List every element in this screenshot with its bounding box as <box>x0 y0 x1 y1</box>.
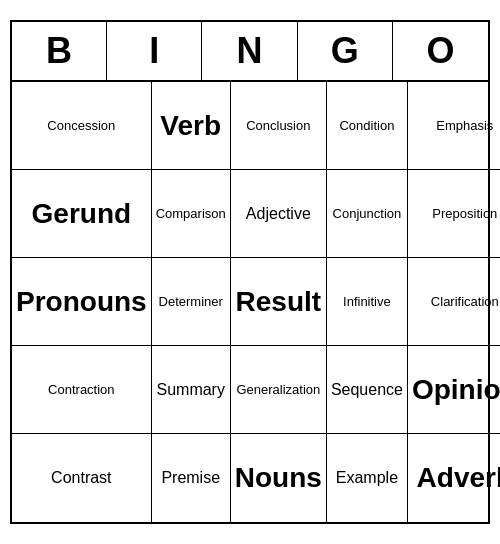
cell-text: Emphasis <box>436 118 493 134</box>
bingo-cell: Concession <box>12 82 152 170</box>
cell-text: Result <box>236 285 322 319</box>
bingo-cell: Contrast <box>12 434 152 522</box>
bingo-cell: Infinitive <box>327 258 408 346</box>
cell-text: Premise <box>161 468 220 487</box>
cell-text: Comparison <box>156 206 226 222</box>
cell-text: Contrast <box>51 468 111 487</box>
bingo-cell: Premise <box>152 434 231 522</box>
bingo-cell: Sequence <box>327 346 408 434</box>
bingo-card: BINGO ConcessionVerbConclusionConditionE… <box>10 20 490 524</box>
cell-text: Infinitive <box>343 294 391 310</box>
bingo-cell: Adjective <box>231 170 327 258</box>
bingo-cell: Gerund <box>12 170 152 258</box>
bingo-cell: Determiner <box>152 258 231 346</box>
bingo-cell: Contraction <box>12 346 152 434</box>
bingo-cell: Emphasis <box>408 82 500 170</box>
bingo-cell: Result <box>231 258 327 346</box>
bingo-grid: ConcessionVerbConclusionConditionEmphasi… <box>12 82 488 522</box>
bingo-cell: Clarification <box>408 258 500 346</box>
cell-text: Example <box>336 468 398 487</box>
bingo-cell: Pronouns <box>12 258 152 346</box>
cell-text: Gerund <box>32 197 132 231</box>
cell-text: Opinion <box>412 373 500 407</box>
cell-text: Summary <box>156 380 224 399</box>
cell-text: Adverb <box>417 461 500 495</box>
header-letter: B <box>12 22 107 80</box>
cell-text: Nouns <box>235 461 322 495</box>
cell-text: Contraction <box>48 382 114 398</box>
bingo-cell: Generalization <box>231 346 327 434</box>
cell-text: Sequence <box>331 380 403 399</box>
bingo-header: BINGO <box>12 22 488 82</box>
bingo-cell: Opinion <box>408 346 500 434</box>
bingo-cell: Conjunction <box>327 170 408 258</box>
cell-text: Concession <box>47 118 115 134</box>
header-letter: I <box>107 22 202 80</box>
cell-text: Preposition <box>432 206 497 222</box>
bingo-cell: Example <box>327 434 408 522</box>
bingo-cell: Verb <box>152 82 231 170</box>
bingo-cell: Nouns <box>231 434 327 522</box>
cell-text: Verb <box>160 109 221 143</box>
bingo-cell: Summary <box>152 346 231 434</box>
bingo-cell: Condition <box>327 82 408 170</box>
bingo-cell: Comparison <box>152 170 231 258</box>
cell-text: Adjective <box>246 204 311 223</box>
cell-text: Conclusion <box>246 118 310 134</box>
bingo-cell: Adverb <box>408 434 500 522</box>
cell-text: Determiner <box>159 294 223 310</box>
cell-text: Generalization <box>236 382 320 398</box>
cell-text: Pronouns <box>16 285 147 319</box>
header-letter: N <box>202 22 297 80</box>
cell-text: Clarification <box>431 294 499 310</box>
cell-text: Conjunction <box>333 206 402 222</box>
header-letter: G <box>298 22 393 80</box>
header-letter: O <box>393 22 488 80</box>
cell-text: Condition <box>339 118 394 134</box>
bingo-cell: Preposition <box>408 170 500 258</box>
bingo-cell: Conclusion <box>231 82 327 170</box>
